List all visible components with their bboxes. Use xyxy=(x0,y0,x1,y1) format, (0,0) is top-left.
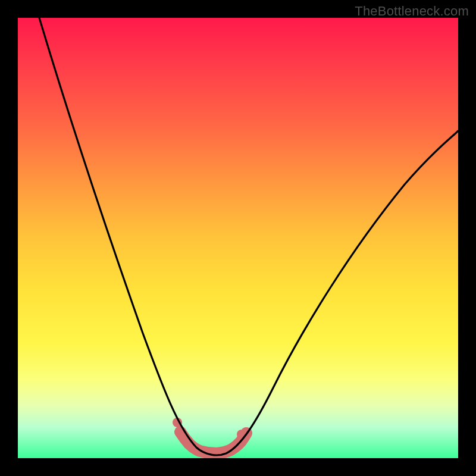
chart-frame: TheBottleneck.com xyxy=(0,0,476,476)
chart-plot-area xyxy=(18,18,458,458)
watermark-text: TheBottleneck.com xyxy=(355,4,469,19)
bottleneck-curve xyxy=(39,18,458,455)
bottom-marker-band xyxy=(180,432,246,453)
chart-svg xyxy=(18,18,458,458)
